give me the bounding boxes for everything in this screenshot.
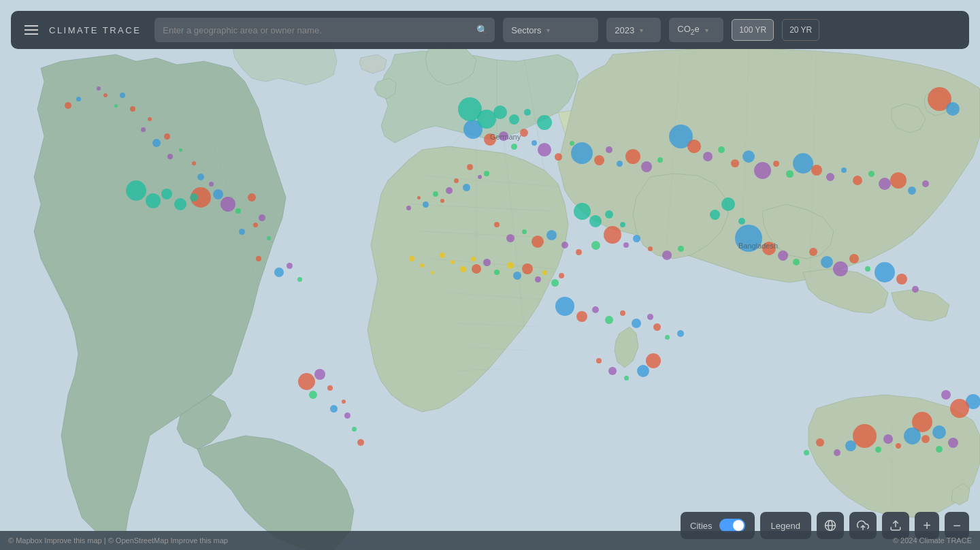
map-dot [625, 149, 640, 164]
map-dot [946, 102, 960, 116]
map-dot [267, 236, 271, 240]
map-dot [738, 218, 745, 225]
map-dot [352, 427, 357, 432]
map-dot [559, 273, 564, 278]
map-dot [896, 443, 901, 449]
map-dot [256, 256, 261, 261]
map-dot [890, 172, 906, 189]
map-dot [130, 106, 135, 112]
map-dot [542, 270, 547, 275]
map-dot [950, 399, 969, 418]
search-input[interactable] [154, 18, 495, 42]
100yr-button[interactable]: 100 YR [732, 19, 774, 41]
map-dot [561, 242, 568, 248]
map-dot [190, 193, 198, 201]
map-dot [555, 297, 574, 316]
map-dot [174, 198, 186, 210]
map-dot [467, 164, 473, 170]
globe-icon [824, 519, 836, 532]
menu-icon[interactable] [22, 22, 41, 37]
map-dot [633, 235, 640, 242]
map-dot [420, 263, 424, 268]
map-dot [641, 161, 652, 172]
map-dot [571, 142, 593, 164]
map-dot [624, 376, 629, 381]
map-dot [535, 276, 541, 282]
year-label: 2023 [615, 25, 634, 35]
map-dot [646, 353, 661, 368]
map-dot [678, 246, 684, 252]
map-dot [76, 97, 81, 101]
map-dot [522, 263, 533, 274]
map-dot [657, 157, 663, 163]
map-dot [941, 390, 951, 400]
map-dot [632, 319, 641, 328]
cities-label: Cities [690, 521, 713, 531]
map-dot [742, 150, 755, 163]
map-dot [126, 180, 146, 201]
cities-toggle-switch[interactable] [719, 519, 745, 532]
co2-dropdown[interactable]: CO2e ▾ [669, 18, 723, 42]
map-dot [592, 306, 599, 313]
upload-icon [857, 519, 869, 532]
map-dot [574, 203, 591, 220]
map-dot [220, 197, 235, 212]
map-container[interactable]: GermanyBangladesh [0, 0, 980, 550]
map-dot [209, 182, 214, 187]
map-dot [875, 447, 881, 453]
map-dot [454, 178, 459, 183]
map-dot [478, 175, 482, 179]
map-dot [762, 242, 776, 255]
map-dot [653, 323, 661, 331]
map-dot [637, 365, 649, 377]
map-dot [463, 184, 470, 191]
map-dot [620, 310, 625, 316]
map-dot [623, 242, 629, 248]
footer: © Mapbox Improve this map | © OpenStreet… [0, 531, 980, 550]
map-dot [754, 162, 771, 179]
map-dot [731, 159, 739, 167]
map-dot [494, 270, 500, 275]
map-dot [773, 161, 779, 167]
map-dot [833, 261, 848, 276]
map-dot [532, 140, 537, 146]
map-dot [433, 191, 438, 197]
map-dot [576, 249, 582, 255]
sectors-dropdown[interactable]: Sectors ▾ [503, 18, 598, 42]
map-dot [342, 400, 346, 404]
map-dot [896, 274, 907, 285]
map-dot [875, 262, 895, 282]
map-dot [213, 189, 223, 199]
map-dot [687, 140, 701, 153]
search-icon[interactable]: 🔍 [476, 25, 488, 35]
map-dot [314, 369, 325, 380]
map-dot [841, 167, 847, 173]
year-dropdown[interactable]: 2023 ▾ [606, 18, 661, 42]
map-dot [883, 434, 893, 444]
map-dot [239, 229, 245, 235]
map-dot [506, 234, 514, 242]
map-dot [570, 141, 574, 146]
map-dot [606, 146, 612, 153]
map-dot [406, 206, 411, 210]
map-dot [589, 215, 602, 227]
map-dot [509, 114, 519, 125]
map-dot [524, 109, 531, 116]
map-dot [161, 189, 172, 199]
map-dot [620, 222, 625, 227]
map-dot [253, 223, 258, 227]
map-dot [908, 187, 916, 195]
map-dot [868, 171, 875, 177]
co2-label: CO2e [677, 24, 699, 36]
footer-copyright: © 2024 Climate TRACE [893, 536, 972, 545]
map-dot [537, 115, 552, 130]
20yr-button[interactable]: 20 YR [782, 19, 819, 41]
navbar: CLIMATE TRACE 🔍 Sectors ▾ 2023 ▾ CO2e ▾ … [11, 11, 969, 49]
map-dot [677, 330, 684, 337]
map-dot [591, 241, 600, 250]
map-dot [596, 358, 602, 363]
sectors-label: Sectors [511, 25, 541, 35]
chevron-down-icon: ▾ [640, 27, 643, 34]
map-dot [936, 446, 943, 453]
map-dot [65, 102, 71, 109]
